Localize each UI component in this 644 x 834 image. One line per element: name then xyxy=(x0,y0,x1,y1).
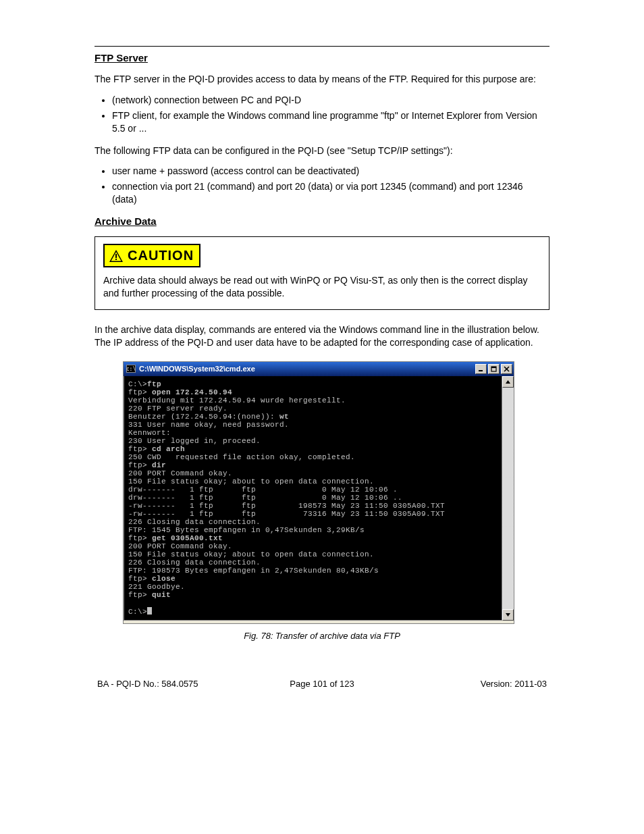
footer-right: Version: 2011-03 xyxy=(398,679,547,689)
header-rule xyxy=(95,46,549,47)
svg-rect-2 xyxy=(115,254,117,258)
svg-marker-9 xyxy=(506,380,510,384)
list-item: (network) connection between PC and PQI-… xyxy=(112,94,549,107)
terminal-window: c:\ C:\WINDOWS\System32\cmd.exe C:\>ftp … xyxy=(123,361,514,624)
cmd-icon: c:\ xyxy=(126,365,136,373)
list-requirements: (network) connection between PC and PQI-… xyxy=(95,94,549,135)
window-title: C:\WINDOWS\System32\cmd.exe xyxy=(139,365,475,373)
page-footer: BA - PQI-D No.: 584.0575 Page 101 of 123… xyxy=(95,679,549,689)
caution-box: CAUTION Archive data should always be re… xyxy=(95,236,549,310)
minimize-button[interactable] xyxy=(475,364,487,374)
list-item: FTP client, for example the Windows comm… xyxy=(112,109,549,135)
page: FTP Server The FTP server in the PQI-D p… xyxy=(0,0,644,729)
close-button[interactable] xyxy=(501,364,512,374)
window-buttons xyxy=(475,364,512,374)
caution-badge: CAUTION xyxy=(103,244,200,267)
terminal-area: C:\>ftp ftp> open 172.24.50.94 Verbindun… xyxy=(124,376,514,623)
svg-rect-4 xyxy=(479,370,483,371)
vertical-scrollbar[interactable] xyxy=(502,376,514,621)
para-config-intro: The following FTP data can be configured… xyxy=(95,145,549,157)
maximize-button[interactable] xyxy=(488,364,500,374)
list-item: user name + password (access control can… xyxy=(112,165,549,178)
list-item: connection via port 21 (command) and por… xyxy=(112,180,549,206)
para-archive: In the archive data display, commands ar… xyxy=(95,323,549,349)
svg-rect-6 xyxy=(491,367,496,368)
chevron-down-icon xyxy=(505,612,511,618)
para-intro: The FTP server in the PQI-D provides acc… xyxy=(95,73,549,86)
footer-center: Page 101 of 123 xyxy=(248,679,396,689)
section-title-archive: Archive Data xyxy=(95,215,549,227)
terminal-output[interactable]: C:\>ftp ftp> open 172.24.50.94 Verbindun… xyxy=(124,376,514,621)
scroll-track[interactable] xyxy=(502,388,514,609)
list-config: user name + password (access control can… xyxy=(95,165,549,206)
warning-triangle-icon xyxy=(109,249,124,263)
window-titlebar: c:\ C:\WINDOWS\System32\cmd.exe xyxy=(124,362,514,376)
scroll-down-button[interactable] xyxy=(502,609,514,621)
svg-marker-10 xyxy=(506,613,510,617)
footer-left: BA - PQI-D No.: 584.0575 xyxy=(97,679,246,689)
figure-caption: Fig. 78: Transfer of archive data via FT… xyxy=(95,631,549,641)
minimize-icon xyxy=(478,366,484,372)
svg-rect-3 xyxy=(115,259,117,260)
maximize-icon xyxy=(491,366,497,372)
caution-text: Archive data should always be read out w… xyxy=(103,274,539,300)
section-title-ftp: FTP Server xyxy=(95,52,549,63)
scroll-up-button[interactable] xyxy=(502,376,514,388)
caution-label: CAUTION xyxy=(128,248,194,263)
chevron-up-icon xyxy=(505,379,511,385)
close-icon xyxy=(504,366,510,372)
